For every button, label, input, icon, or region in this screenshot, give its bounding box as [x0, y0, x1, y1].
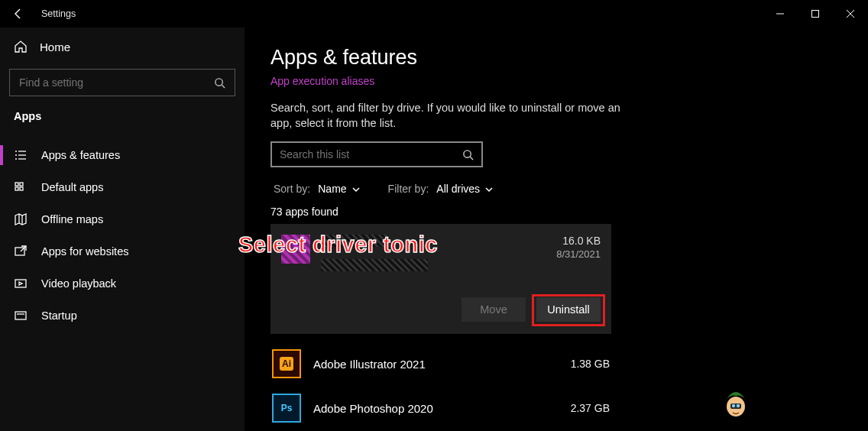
app-date: 8/31/2021	[556, 248, 601, 260]
app-size: 16.0 KB	[556, 235, 601, 247]
app-size: 1.38 GB	[571, 358, 610, 370]
home-button[interactable]: Home	[0, 32, 245, 61]
window-title: Settings	[38, 8, 76, 19]
sidebar-item-label: Default apps	[41, 181, 103, 193]
maximize-button[interactable]	[798, 2, 833, 26]
sidebar-item-apps-features[interactable]: Apps & features	[0, 139, 245, 171]
video-icon	[14, 277, 28, 290]
app-name-redacted	[321, 235, 428, 271]
sort-label: Sort by:	[274, 183, 310, 195]
svg-rect-22	[15, 312, 26, 319]
svg-rect-14	[15, 187, 18, 190]
svg-rect-12	[15, 183, 18, 186]
sidebar-item-label: Startup	[41, 309, 77, 322]
sidebar-nav: Apps & features Default apps Offline map…	[0, 139, 245, 332]
chevron-down-icon	[351, 184, 361, 193]
minimize-button[interactable]	[763, 2, 798, 26]
sidebar-item-label: Video playback	[41, 277, 116, 290]
svg-point-4	[215, 78, 222, 85]
close-button[interactable]	[833, 2, 868, 26]
app-card-row: 16.0 KB 8/31/2021	[281, 235, 601, 271]
sidebar-item-label: Apps for websites	[41, 245, 128, 258]
svg-rect-15	[20, 187, 23, 190]
app-meta: 16.0 KB 8/31/2021	[556, 235, 601, 260]
settings-window: Settings Home Apps Apps & features	[0, 0, 868, 431]
search-icon	[462, 149, 474, 160]
svg-line-19	[21, 246, 26, 251]
startup-icon	[14, 309, 28, 322]
search-icon	[214, 77, 225, 89]
window-controls	[763, 2, 868, 26]
sidebar-item-video-playback[interactable]: Video playback	[0, 267, 245, 300]
sidebar: Home Apps Apps & features Default apps O	[0, 28, 245, 431]
settings-search-input[interactable]	[19, 76, 214, 89]
uninstall-button[interactable]: Uninstall	[536, 297, 601, 322]
sidebar-item-default-apps[interactable]: Default apps	[0, 171, 245, 203]
sort-value: Name	[318, 183, 346, 195]
body-area: Home Apps Apps & features Default apps O	[0, 28, 868, 431]
sort-by-dropdown[interactable]: Sort by: Name	[274, 183, 361, 195]
sidebar-item-offline-maps[interactable]: Offline maps	[0, 203, 245, 235]
titlebar-left: Settings	[0, 6, 76, 21]
filter-value: All drives	[436, 183, 480, 195]
back-button[interactable]	[11, 6, 26, 21]
svg-line-5	[222, 85, 225, 88]
selected-app-card[interactable]: 16.0 KB 8/31/2021 Move Uninstall	[270, 224, 611, 334]
app-count: 73 apps found	[270, 206, 842, 218]
app-name: Adobe Illustrator 2021	[313, 358, 559, 371]
app-execution-aliases-link[interactable]: App execution aliases	[270, 75, 374, 87]
section-label: Apps	[0, 110, 245, 139]
home-label: Home	[40, 41, 70, 53]
titlebar: Settings	[0, 0, 868, 28]
svg-point-24	[464, 151, 471, 157]
chevron-down-icon	[484, 184, 494, 193]
app-row-photoshop[interactable]: Ps Adobe Photoshop 2020 2.37 GB	[270, 386, 611, 430]
app-thumbnail	[281, 235, 310, 264]
app-list-search[interactable]	[270, 141, 483, 167]
grid-icon	[14, 180, 28, 194]
app-row-illustrator[interactable]: Ai Adobe Illustrator 2021 1.38 GB	[270, 342, 611, 386]
app-icon-illustrator: Ai	[272, 349, 301, 378]
app-icon-photoshop: Ps	[272, 394, 301, 423]
open-icon	[14, 245, 28, 258]
map-icon	[14, 212, 28, 226]
page-description: Search, sort, and filter by drive. If yo…	[270, 101, 622, 131]
svg-rect-13	[20, 183, 23, 186]
app-name: Adobe Photoshop 2020	[313, 402, 559, 415]
svg-line-25	[470, 157, 473, 160]
filter-label: Filter by:	[388, 183, 429, 195]
app-actions: Move Uninstall	[281, 297, 601, 322]
app-size: 2.37 GB	[571, 402, 610, 414]
sidebar-item-label: Apps & features	[41, 149, 120, 161]
sidebar-item-startup[interactable]: Startup	[0, 300, 245, 332]
list-icon	[14, 148, 28, 162]
app-list-search-input[interactable]	[280, 148, 462, 160]
page-title: Apps & features	[270, 46, 842, 70]
filter-by-dropdown[interactable]: Filter by: All drives	[388, 183, 494, 195]
move-button[interactable]: Move	[462, 297, 526, 322]
settings-search[interactable]	[9, 69, 235, 96]
svg-rect-20	[15, 280, 26, 287]
sidebar-item-apps-websites[interactable]: Apps for websites	[0, 235, 245, 267]
svg-rect-1	[812, 11, 819, 18]
svg-marker-21	[19, 282, 22, 285]
sidebar-item-label: Offline maps	[41, 213, 103, 225]
main-content: Apps & features App execution aliases Se…	[245, 28, 868, 431]
filters-row: Sort by: Name Filter by: All drives	[270, 183, 842, 195]
